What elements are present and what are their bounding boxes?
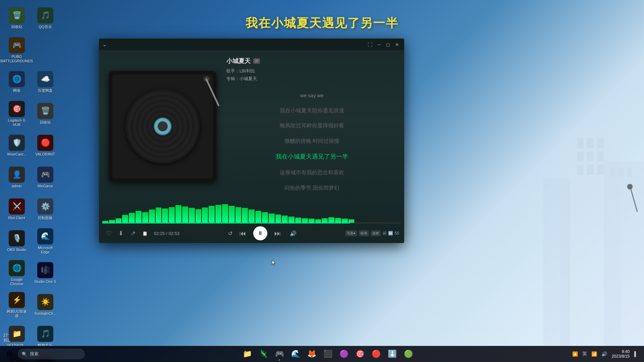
viz-bar-21 — [242, 208, 248, 223]
next-button[interactable]: ⏭ — [272, 228, 283, 239]
viz-bar-6 — [142, 212, 148, 223]
quality-tag-xiazhen[interactable]: 写真● — [345, 230, 357, 236]
viz-bar-14 — [196, 209, 202, 223]
viz-bar-23 — [255, 211, 261, 223]
desktop-icon-logitech[interactable]: 🎯 Logitech G HUB — [3, 99, 30, 129]
taskbar-app-target[interactable]: 🎯 — [353, 347, 367, 361]
search-icon: 🔍 — [22, 352, 27, 357]
show-desktop-icon[interactable]: ▌ — [633, 350, 639, 358]
share-button[interactable]: ↗ — [128, 229, 138, 238]
taskbar-app-terminal[interactable]: 🦎 — [256, 347, 271, 361]
taskbar-app-settings[interactable]: ⬛ — [320, 347, 335, 361]
prev-button[interactable]: ⏮ — [237, 228, 248, 239]
viz-bar-5 — [136, 211, 142, 223]
repeat-button[interactable]: ↺ — [228, 230, 232, 237]
desktop-icon-sunlogin[interactable]: ☀️ SunloginCli... — [32, 290, 59, 320]
desktop-icon-edge[interactable]: 🌊 Microsoft Edge — [32, 226, 59, 256]
taskbar-app-explorer[interactable]: 📁 — [240, 347, 255, 361]
taskbar-app-red[interactable]: 🔴 — [369, 347, 383, 361]
taskbar-app-edge[interactable]: 🌊 — [288, 347, 303, 361]
progress-bar-area[interactable] — [99, 223, 404, 224]
minimize-button[interactable]: ─ — [375, 41, 383, 48]
desktop-icon-pubg[interactable]: 🎮 PUBG BATTLEGROUNDS — [3, 35, 30, 65]
viz-bar-35 — [335, 218, 341, 223]
svg-rect-5 — [587, 152, 594, 162]
viz-bar-11 — [175, 205, 181, 223]
music-player-window: ⌄ ⛶ ─ ◻ ✕ 小城夏天 — [99, 39, 404, 243]
desktop-icon-control-panel[interactable]: ⚙️ 控制面板 — [32, 194, 59, 225]
desktop-icon-chrome[interactable]: 🌐 Google Chrome — [3, 258, 30, 288]
notification-icon[interactable]: 🔼 — [571, 350, 579, 358]
desktop-icon-wegame[interactable]: 🎮 WeGame — [32, 163, 59, 193]
progress-track[interactable] — [102, 223, 401, 224]
desktop-icon-obs[interactable]: 🎙️ OBS Studio — [3, 226, 30, 256]
desktop-icon-wisecleaner[interactable]: 🛡️ WiseCare... — [3, 131, 30, 161]
restore-button[interactable]: ◻ — [384, 41, 392, 48]
song-tag[interactable]: 词 — [253, 58, 260, 64]
viz-bar-4 — [129, 213, 135, 223]
desktop-icon-admin[interactable]: 👤 admin — [3, 163, 30, 193]
viz-bar-34 — [328, 217, 334, 223]
taskbar-app-browser[interactable]: 🦊 — [304, 347, 319, 361]
controls-right: 写真● 标准 超效 词 🔤 55 — [345, 230, 399, 236]
desktop-icon-network[interactable]: 🌐 网络 — [3, 67, 30, 97]
like-button[interactable]: ♡ — [104, 229, 113, 238]
svg-rect-13 — [627, 168, 632, 177]
quality-tag-super[interactable]: 超效 — [371, 230, 381, 236]
desktop-icon-uu[interactable]: ⚡ 网易UU加速器 — [3, 290, 30, 320]
viz-bar-7 — [149, 209, 155, 223]
viz-bar-20 — [235, 207, 241, 223]
taskbar-app-download[interactable]: ⬇️ — [385, 347, 399, 361]
svg-rect-6 — [597, 152, 604, 162]
lyrics-count-icon: 🔤 — [388, 231, 393, 236]
titlebar-menu-icon[interactable]: ⌄ — [102, 41, 107, 48]
play-pause-button[interactable]: ⏸ — [253, 226, 267, 240]
fullscreen-button[interactable]: ⛶ — [366, 41, 374, 48]
viz-bar-13 — [189, 208, 195, 223]
start-button[interactable]: ⊞ — [2, 346, 18, 362]
lyric-line-6: 闷热的季节 因你而梦幻 — [226, 180, 397, 196]
audio-visualizer — [99, 202, 404, 223]
controls-bar: ♡ ⬇ ↗ 📋 02:25 / 02:53 ↺ ⏮ ⏸ ⏭ 🔊 写真● 标准 — [99, 224, 404, 243]
taskbar-app-purple[interactable]: 🟣 — [336, 347, 351, 361]
control-left: ♡ ⬇ ↗ 📋 02:25 / 02:53 — [104, 229, 179, 238]
desktop-icon-recycle2[interactable]: 🗑️ 回收站 — [32, 99, 59, 129]
desktop-icon-riot[interactable]: ⚔️ Riot Client — [3, 194, 30, 225]
taskbar-app-steam[interactable]: 🎮 — [272, 347, 287, 361]
viz-bar-31 — [309, 219, 315, 223]
viz-bar-26 — [275, 215, 281, 223]
desktop-icon-studio[interactable]: 🎼 Studio One S — [32, 258, 59, 288]
desktop-icon-recycle-bin[interactable]: 🗑️ 回收站 — [3, 3, 30, 34]
svg-rect-3 — [597, 138, 604, 148]
close-button[interactable]: ✕ — [393, 41, 401, 48]
viz-bar-8 — [156, 207, 162, 223]
keyboard-lang-icon[interactable]: 英 — [581, 350, 588, 358]
vinyl-center-hole — [158, 121, 168, 131]
tonearm — [190, 76, 210, 110]
viz-bar-17 — [215, 205, 221, 223]
viz-bar-38 — [355, 220, 361, 223]
quality-tag-standard[interactable]: 标准 — [359, 230, 369, 236]
svg-rect-1 — [577, 138, 584, 148]
tonearm-arm — [205, 78, 220, 107]
lyrics-count: 55 — [395, 231, 399, 236]
desktop-icon-qq-music[interactable]: 🎵 QQ音乐 — [32, 3, 59, 34]
viz-bar-12 — [182, 206, 188, 223]
viz-bar-25 — [269, 214, 275, 223]
system-clock[interactable]: 9:40 2023/8/15 — [610, 349, 631, 359]
desktop-icon-valorant[interactable]: 🔴 VALORANT — [32, 131, 59, 161]
song-artist: 歌手：LBI利比 — [226, 67, 397, 75]
vinyl-area — [106, 57, 220, 196]
search-label: 搜索 — [30, 351, 39, 357]
network-status-icon[interactable]: 📶 — [590, 350, 598, 358]
desktop-icon-baidu[interactable]: ☁️ 百度网盘 — [32, 67, 59, 97]
volume-button[interactable]: 🔊 — [290, 230, 297, 237]
background-buildings — [443, 111, 644, 346]
viz-bar-10 — [169, 207, 175, 223]
volume-status-icon[interactable]: 🔊 — [600, 350, 608, 358]
download-button[interactable]: ⬇ — [116, 229, 125, 238]
taskbar-app-green[interactable]: 🟢 — [401, 347, 416, 361]
viz-bar-1 — [109, 220, 115, 223]
taskbar-search[interactable]: 🔍 搜索 — [18, 349, 85, 359]
more-button[interactable]: 📋 — [140, 229, 150, 238]
